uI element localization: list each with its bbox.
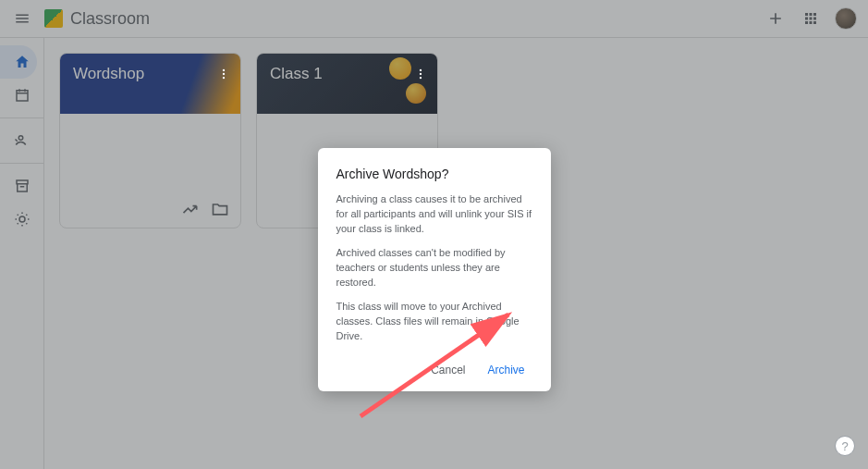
help-icon: ? <box>841 439 848 453</box>
cancel-button[interactable]: Cancel <box>423 358 472 382</box>
dialog-text: Archived classes can't be modified by te… <box>336 246 532 290</box>
svg-point-0 <box>223 69 225 71</box>
svg-point-4 <box>420 73 422 75</box>
more-vert-icon[interactable] <box>411 65 430 83</box>
svg-point-5 <box>420 77 422 79</box>
modal-overlay[interactable]: Archive Wordshop? Archiving a class caus… <box>0 0 868 469</box>
dialog-actions: Cancel Archive <box>336 358 532 382</box>
dialog-title: Archive Wordshop? <box>336 167 532 181</box>
more-vert-icon[interactable] <box>214 65 233 83</box>
svg-point-1 <box>223 73 225 75</box>
svg-point-3 <box>420 69 422 71</box>
dialog-text: This class will move to your Archived cl… <box>336 300 532 344</box>
help-button[interactable]: ? <box>835 436 855 456</box>
dialog-text: Archiving a class causes it to be archiv… <box>336 192 532 237</box>
svg-point-2 <box>223 77 225 79</box>
dialog-body: Archiving a class causes it to be archiv… <box>336 192 532 343</box>
archive-dialog: Archive Wordshop? Archiving a class caus… <box>318 148 551 391</box>
archive-button[interactable]: Archive <box>480 358 532 382</box>
